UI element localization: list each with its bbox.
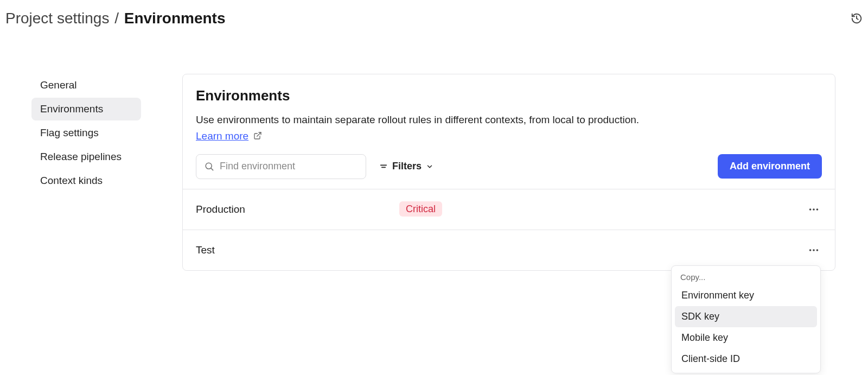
sidebar-item-context-kinds[interactable]: Context kinds [31, 169, 141, 192]
breadcrumb-separator: / [114, 10, 119, 27]
svg-point-3 [206, 163, 212, 169]
dropdown-item-mobile-key[interactable]: Mobile key [675, 327, 817, 348]
more-horizontal-icon [808, 244, 820, 256]
row-more-button[interactable] [806, 201, 822, 218]
row-more-button[interactable] [806, 242, 822, 258]
filters-button[interactable]: Filters [379, 161, 433, 172]
search-input[interactable] [220, 161, 358, 172]
sidebar-item-flag-settings[interactable]: Flag settings [31, 122, 141, 144]
breadcrumb-parent[interactable]: Project settings [5, 10, 109, 27]
chevron-down-icon [426, 163, 433, 170]
svg-point-8 [813, 208, 815, 211]
filters-label: Filters [392, 161, 422, 172]
sidebar-item-release-pipelines[interactable]: Release pipelines [31, 145, 141, 168]
svg-point-11 [813, 249, 815, 251]
dropdown-item-sdk-key[interactable]: SDK key [675, 306, 817, 327]
environment-row[interactable]: Test [183, 230, 835, 270]
breadcrumb-current: Environments [124, 10, 226, 27]
more-horizontal-icon [808, 204, 820, 215]
svg-line-4 [211, 168, 213, 170]
search-icon [204, 161, 214, 171]
svg-point-10 [809, 249, 812, 251]
svg-point-9 [816, 208, 819, 211]
history-icon[interactable] [851, 12, 863, 24]
dropdown-item-environment-key[interactable]: Environment key [675, 285, 817, 306]
environment-name: Test [196, 244, 399, 256]
panel-description: Use environments to maintain separate ro… [196, 112, 662, 145]
external-link-icon [253, 131, 262, 142]
search-input-wrap[interactable] [196, 154, 366, 179]
copy-dropdown: Copy... Environment key SDK key Mobile k… [671, 265, 821, 373]
filter-icon [379, 162, 388, 171]
svg-line-1 [857, 18, 858, 20]
critical-badge: Critical [399, 201, 442, 217]
page-header: Project settings / Environments [0, 0, 868, 27]
svg-line-2 [257, 132, 261, 136]
learn-more-link[interactable]: Learn more [196, 130, 248, 142]
environments-panel: Environments Use environments to maintai… [182, 74, 835, 271]
breadcrumb: Project settings / Environments [5, 10, 225, 27]
panel-toolbar: Filters Add environment [183, 145, 835, 189]
add-environment-button[interactable]: Add environment [718, 154, 822, 179]
settings-sidebar: General Environments Flag settings Relea… [31, 74, 182, 271]
svg-point-12 [816, 249, 819, 251]
dropdown-heading: Copy... [675, 269, 817, 285]
svg-point-7 [809, 208, 812, 211]
panel-title: Environments [196, 87, 822, 104]
sidebar-item-general[interactable]: General [31, 74, 141, 97]
sidebar-item-environments[interactable]: Environments [31, 98, 141, 120]
dropdown-item-client-side-id[interactable]: Client-side ID [675, 348, 817, 370]
environment-name: Production [196, 204, 399, 215]
environment-row[interactable]: Production Critical [183, 189, 835, 230]
